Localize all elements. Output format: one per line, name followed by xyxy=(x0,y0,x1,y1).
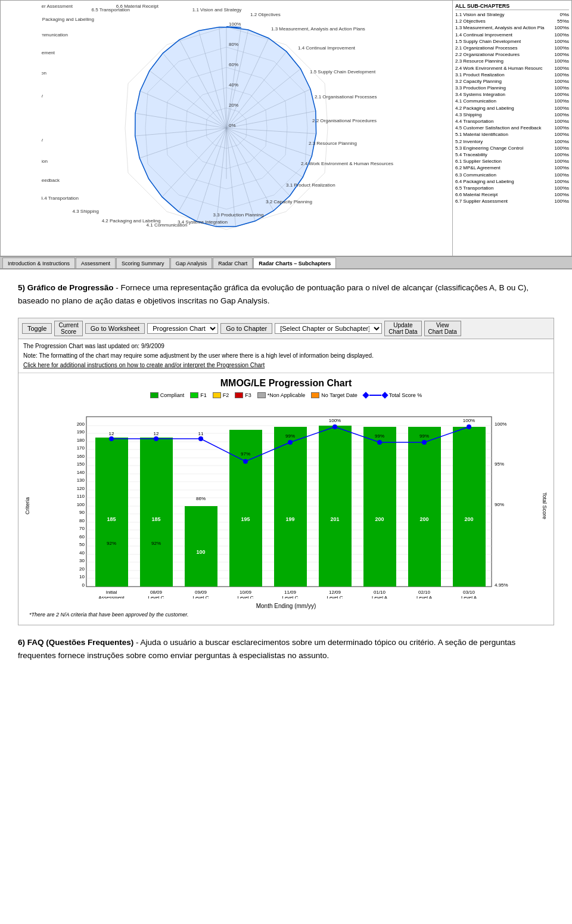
sidebar-row: 6.5 Transportation100%s xyxy=(455,185,569,191)
svg-text:92%: 92% xyxy=(151,541,161,546)
svg-text:150: 150 xyxy=(77,461,85,467)
section5-text: 5) Gráfico de Progressão - Fornece uma r… xyxy=(18,281,554,307)
svg-text:1.5 Supply Chain Development: 1.5 Supply Chain Development xyxy=(310,69,376,75)
tab-radar-subchapters[interactable]: Radar Charts – Subchapters xyxy=(253,258,336,268)
svg-text:3.3 Production Planning: 3.3 Production Planning xyxy=(213,212,264,218)
svg-text:100%: 100% xyxy=(229,21,241,27)
svg-text:6.4 Packaging and Labelling: 6.4 Packaging and Labelling xyxy=(42,17,94,22)
svg-text:Level C: Level C xyxy=(192,595,209,599)
svg-text:12: 12 xyxy=(109,431,114,436)
svg-text:99%: 99% xyxy=(285,433,295,439)
go-to-worksheet-button[interactable]: Go to Worksheet xyxy=(85,323,145,334)
sidebar-row: 2.2 Organizational Procedures100%s xyxy=(455,51,569,58)
tab-assessment[interactable]: Assessment xyxy=(76,258,116,268)
svg-text:2.1 Organisational Processes: 2.1 Organisational Processes xyxy=(315,94,377,100)
svg-text:200: 200 xyxy=(419,516,428,522)
svg-text:86%: 86% xyxy=(196,496,206,501)
svg-text:6.3 Communication: 6.3 Communication xyxy=(42,32,68,38)
svg-text:80: 80 xyxy=(79,518,85,523)
svg-text:185: 185 xyxy=(151,516,160,522)
sidebar-title: ALL SUB-CHAPTERS xyxy=(455,3,569,10)
legend-diamond xyxy=(362,392,369,399)
svg-text:5.2 Inventory: 5.2 Inventory xyxy=(42,137,43,142)
view-chart-line2: Chart Data xyxy=(428,328,457,335)
legend-line xyxy=(369,395,381,396)
svg-text:10: 10 xyxy=(79,574,85,579)
svg-text:50: 50 xyxy=(79,542,85,547)
y-axis-right-label: Total Score xyxy=(539,402,548,609)
view-chart-button[interactable]: View Chart Data xyxy=(424,321,461,336)
svg-text:3.2 Capacity Planning: 3.2 Capacity Planning xyxy=(266,199,312,204)
tab-gap[interactable]: Gap Analysis xyxy=(170,258,213,268)
legend-na-box xyxy=(257,392,266,398)
current-score-line2: Score xyxy=(61,328,76,335)
svg-text:90%: 90% xyxy=(495,502,504,507)
svg-text:100%: 100% xyxy=(463,418,475,423)
svg-text:1.3 Measurement, Analysis and : 1.3 Measurement, Analysis and Action Pla… xyxy=(271,26,365,32)
svg-text:130: 130 xyxy=(77,477,85,483)
sidebar-row: 4.2 Packaging and Labeling100%s xyxy=(455,105,569,111)
svg-text:99%: 99% xyxy=(375,433,384,439)
svg-text:1.4 Continual Improvement: 1.4 Continual Improvement xyxy=(298,45,356,51)
svg-text:185: 185 xyxy=(107,516,116,522)
radar-chart-area: 100% 80% 60% 40% 20% 0% 1.1 Vision and S… xyxy=(1,1,452,256)
sidebar-row: 4.3 Shipping100%s xyxy=(455,111,569,118)
sidebar-row: 6.6 Material Receipt100%s xyxy=(455,191,569,198)
svg-marker-35 xyxy=(135,27,316,227)
view-chart-line1: View xyxy=(436,322,449,328)
svg-text:02/10: 02/10 xyxy=(418,590,431,595)
info-line2: Note: The formatting of the chart may re… xyxy=(23,351,549,361)
svg-text:99%: 99% xyxy=(419,433,429,439)
svg-text:Level C: Level C xyxy=(327,595,343,599)
svg-text:60: 60 xyxy=(79,534,85,539)
sidebar-row: 1.2 Objectives55%s xyxy=(455,18,569,24)
radar-sidebar: ALL SUB-CHAPTERS 1.1 Vision and Strategy… xyxy=(452,1,571,256)
info-line3-link[interactable]: Click here for additional instructions o… xyxy=(23,362,265,368)
legend-f3: F3 xyxy=(235,392,251,398)
tab-introduction[interactable]: Introduction & Instructions xyxy=(2,258,75,268)
sidebar-row: 5.1 Material Identification100%s xyxy=(455,131,569,138)
legend-no-target-box xyxy=(311,392,319,398)
tab-scoring[interactable]: Scoring Summary xyxy=(116,258,170,268)
svg-text:6.7 Supplier Assessment: 6.7 Supplier Assessment xyxy=(42,4,73,9)
chart-container: MMOG/LE Progression Chart Compliant F1 F… xyxy=(18,373,554,625)
worksheet-select[interactable]: Progression Chart xyxy=(147,323,218,334)
sidebar-row: 5.4 Traceability100%s xyxy=(455,151,569,158)
x-axis-title: Month Ending (mm/yy) xyxy=(34,603,538,609)
svg-text:100: 100 xyxy=(196,549,205,555)
svg-text:20: 20 xyxy=(79,566,85,572)
chapter-select[interactable]: [Select Chapter or Subchapter] xyxy=(275,323,382,334)
section6-title: FAQ (Questões Frequentes) xyxy=(27,638,134,647)
toggle-button[interactable]: Toggle xyxy=(22,323,52,334)
svg-text:95%: 95% xyxy=(495,461,504,467)
legend-compliant-label: Compliant xyxy=(160,392,185,398)
update-chart-button[interactable]: Update Chart Data xyxy=(384,321,421,336)
section5-title: Gráfico de Progressão xyxy=(27,283,114,292)
svg-text:195: 195 xyxy=(241,516,250,522)
svg-text:03/10: 03/10 xyxy=(463,590,475,595)
bar-col9 xyxy=(453,427,486,587)
svg-text:80%: 80% xyxy=(229,42,238,47)
go-to-chapter-button[interactable]: Go to Chapter xyxy=(220,323,272,334)
sidebar-row: 3.3 Production Planning100%s xyxy=(455,85,569,91)
svg-text:Level C: Level C xyxy=(237,595,253,599)
current-score-button[interactable]: Current Score xyxy=(54,321,82,336)
legend-f1-box xyxy=(190,392,198,398)
info-line1: The Progression Chart was last updated o… xyxy=(23,342,549,351)
svg-text:40%: 40% xyxy=(229,82,238,88)
svg-text:100%: 100% xyxy=(495,421,506,427)
chart-legend: Compliant F1 F2 F3 *Non Applicable xyxy=(24,392,548,398)
svg-text:Initial: Initial xyxy=(106,590,117,595)
svg-text:5.1 Material Identification: 5.1 Material Identification xyxy=(42,159,48,164)
sidebar-row: 4.4 Transportation100%s xyxy=(455,118,569,125)
svg-text:09/09: 09/09 xyxy=(195,590,207,595)
legend-f2: F2 xyxy=(213,392,229,398)
legend-f3-label: F3 xyxy=(245,392,251,398)
svg-text:40: 40 xyxy=(79,550,85,556)
sidebar-row: 3.4 Systems Integration100%s xyxy=(455,91,569,98)
sidebar-row: 1.1 Vision and Strategy0%s xyxy=(455,11,569,18)
tab-radar[interactable]: Radar Chart xyxy=(213,258,253,268)
legend-total-score-label: Total Score % xyxy=(389,392,422,398)
progression-section: Toggle Current Score Go to Worksheet Pro… xyxy=(18,318,554,625)
svg-text:Level C: Level C xyxy=(282,595,298,599)
